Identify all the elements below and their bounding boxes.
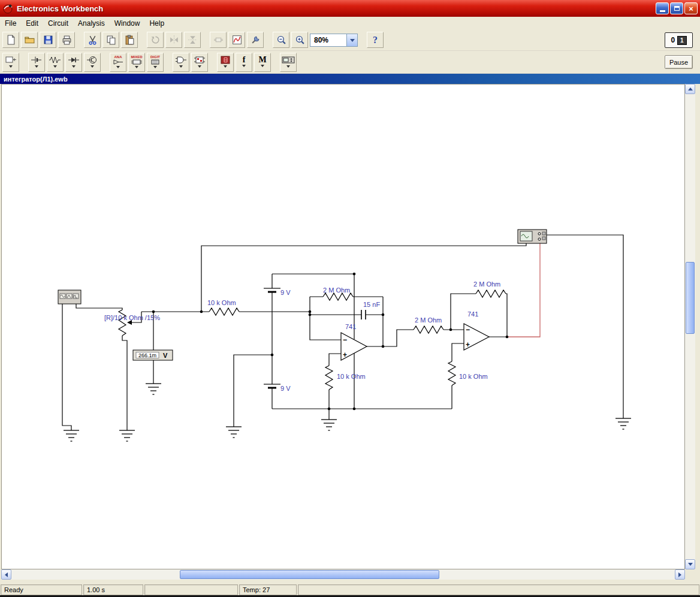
function-generator[interactable] [58,290,81,304]
oscilloscope[interactable] [518,230,547,243]
resistor-ground-1[interactable]: 10 k Ohm [325,366,366,390]
resistor-input-2[interactable]: 2 M Ohm [414,316,443,333]
minimize-icon [660,10,665,12]
paste-clipboard-icon [125,35,135,45]
zoom-in-button[interactable] [291,32,308,48]
horizontal-scroll-thumb[interactable] [180,570,439,579]
save-button[interactable] [40,32,56,48]
menu-edit[interactable]: Edit [21,18,43,29]
zoom-level-combobox[interactable]: 80% [310,34,358,47]
vertical-scroll-track[interactable] [685,94,695,559]
close-button[interactable]: × [684,2,698,14]
minimize-button[interactable] [656,2,669,14]
menu-help[interactable]: Help [144,18,169,29]
zoom-dropdown-button[interactable] [346,34,357,46]
print-button[interactable] [58,32,75,48]
transistors-bin-button[interactable] [84,53,101,72]
open-folder-icon [25,35,35,45]
schematic-canvas[interactable]: [R]/10 k Ohm /15% 266.1m V 10 k Ohm 9 V [1,84,685,569]
copy-button[interactable] [102,32,119,48]
capacitor-feedback[interactable]: 15 nF [361,301,380,319]
ground-symbol[interactable] [615,418,631,429]
opamp-2[interactable]: − + 741 [464,310,489,350]
menu-circuit[interactable]: Circuit [43,18,73,29]
resistor-feedback-1[interactable]: 2 M Ohm [323,287,353,300]
pause-button[interactable]: Pause [665,55,693,69]
resistor-label: 10 k Ohm [207,299,236,306]
digital-ics-bin-button[interactable]: DIGIT [147,53,164,72]
analog-ics-bin-button[interactable]: ANA [110,53,126,72]
document-title: интегратор(Л1).ewb [4,76,68,83]
scissors-icon [88,35,98,45]
zoom-out-icon [276,35,286,45]
resistor-input[interactable]: 10 k Ohm [207,299,239,315]
mixed-ics-bin-button[interactable]: MIXED [128,53,145,72]
opamp-minus: − [343,336,347,344]
opamp-plus: + [466,340,470,349]
controls-bin-button[interactable]: f [236,53,252,72]
close-icon: × [689,5,693,13]
digital-chip-icon [149,59,161,65]
chevron-down-icon [179,65,183,70]
title-bar[interactable]: Electronics Workbench × [0,0,700,17]
resistor-feedback-2[interactable]: 2 M Ohm [473,281,506,297]
basic-bin-button[interactable] [47,53,64,72]
power-switch-button[interactable]: 0 1 [665,32,693,48]
menu-analysis[interactable]: Analysis [73,18,110,29]
help-button[interactable]: ? [367,32,384,48]
vertical-scrollbar[interactable] [685,84,695,569]
chevron-down-icon [9,65,13,70]
indicators-bin-button[interactable] [217,53,234,72]
logic-gates-bin-button[interactable] [173,53,189,72]
chevron-down-icon [350,39,355,44]
battery-negative[interactable]: 9 V [264,384,291,392]
component-properties-button[interactable] [247,32,264,48]
wire-network[interactable] [62,235,623,430]
flip-horizontal-button[interactable] [165,32,182,48]
chevron-down-icon [153,66,157,70]
new-button[interactable] [2,32,19,48]
display-graphs-button[interactable] [228,32,245,48]
restore-button[interactable] [670,2,683,14]
resistor-ground-2[interactable]: 10 k Ohm [448,361,488,385]
ground-symbol[interactable] [321,420,337,430]
horizontal-scroll-track[interactable] [11,569,675,580]
ground-symbol[interactable] [64,430,79,441]
copy-icon [106,35,116,45]
vertical-scroll-thumb[interactable] [686,262,695,334]
cut-button[interactable] [84,32,101,48]
window-controls: × [656,2,698,14]
ground-symbol[interactable] [146,384,161,394]
battery-positive[interactable]: 9 V [264,288,291,296]
rotate-icon [150,35,161,45]
sources-bin-button[interactable] [28,53,45,72]
paste-button[interactable] [121,32,138,48]
voltmeter[interactable]: 266.1m V [133,350,173,360]
document-title-bar[interactable]: интегратор(Л1).ewb [0,74,700,84]
zoom-out-button[interactable] [273,32,289,48]
diodes-bin-button[interactable] [65,53,82,72]
oscilloscope-probe-wire[interactable] [507,243,540,337]
menu-bar: File Edit Circuit Analysis Window Help [0,17,700,30]
instruments-bin-button[interactable] [280,53,297,72]
flip-vertical-button[interactable] [184,32,201,48]
menu-window[interactable]: Window [110,18,145,29]
create-subcircuit-button[interactable] [210,32,227,48]
open-button[interactable] [21,32,38,48]
status-temperature: Temp: 27 [239,584,297,595]
rotate-button[interactable] [147,32,164,48]
scroll-down-button[interactable] [685,559,695,569]
scroll-up-button[interactable] [685,84,695,94]
ground-symbol[interactable] [119,430,135,441]
favorites-bin-button[interactable] [2,53,19,72]
digital-bin-button[interactable] [191,53,208,72]
scroll-right-button[interactable] [675,569,685,580]
horizontal-scrollbar[interactable] [1,569,685,580]
resistor-label: 10 k Ohm [337,373,366,380]
scroll-left-button[interactable] [1,569,11,580]
analog-ics-label: ANA [114,55,122,59]
miscellaneous-bin-button[interactable]: M [254,53,271,72]
menu-file[interactable]: File [0,18,21,29]
ground-symbol[interactable] [226,427,242,438]
voltmeter-unit: V [163,352,168,359]
